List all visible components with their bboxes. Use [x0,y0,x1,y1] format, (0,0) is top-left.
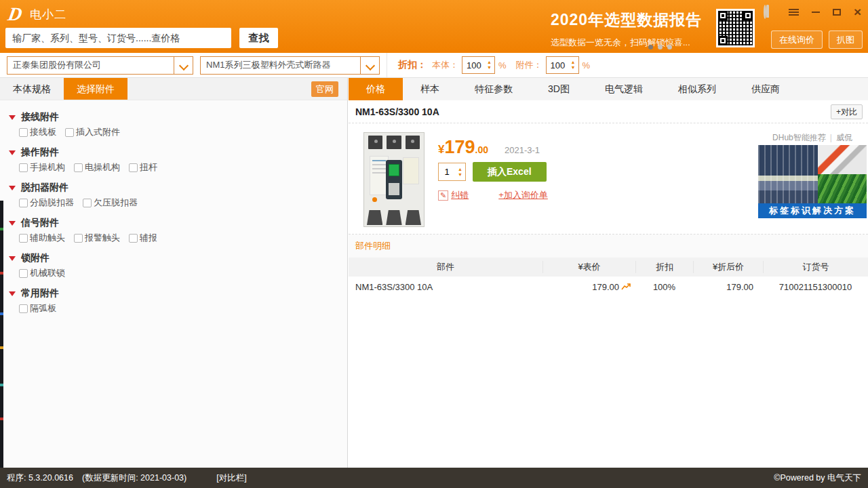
promo-banner[interactable]: 2020年选型数据报告 选型数据一览无余，扫码解锁惊喜... [551,9,702,49]
carousel-dot[interactable] [658,45,663,49]
attachment-checkbox[interactable]: 辅报 [129,232,157,244]
search-input[interactable] [5,28,231,48]
body-discount-label: 本体： [432,59,458,71]
checkbox-icon [19,234,28,243]
carousel-dot[interactable] [648,45,653,49]
product-image [363,132,425,227]
discount-label: 折扣： [398,59,427,71]
qr-code [716,9,755,47]
compare-button[interactable]: +对比 [831,104,863,119]
spinner-down-button[interactable]: ▼ [487,65,492,70]
screenshot-button[interactable]: 扒图 [829,30,863,49]
section-header[interactable]: 操作附件 [9,144,347,161]
attachment-checkbox[interactable]: 机械联锁 [19,267,65,279]
tab-sample[interactable]: 样本 [403,78,457,100]
status-bar: 程序: 5.3.20.0616 (数据更新时间: 2021-03-03) [对比… [0,468,868,488]
checkbox-icon [19,128,28,137]
section-header[interactable]: 接线附件 [9,109,347,125]
tab-similar-series[interactable]: 相似系列 [660,78,734,100]
chevron-down-icon [360,57,379,74]
compare-bar-toggle[interactable]: [对比栏] [216,472,246,484]
edit-icon: ✎ [438,190,448,201]
online-inquiry-button[interactable]: 在线询价 [771,30,823,49]
checkbox-label: 机械联锁 [30,267,65,279]
checkbox-label: 接线板 [30,126,56,138]
checkbox-icon [83,199,92,207]
official-site-button[interactable]: 官网 [311,81,338,97]
percent-label: % [583,60,591,70]
attachment-checkbox[interactable]: 手操机构 [19,161,65,174]
promo-banner-text: 标签标识解决方案 [758,203,867,218]
section-header[interactable]: 常用附件 [9,285,347,302]
spinner-up-button[interactable]: ▲ [487,60,492,65]
powered-by: ©Powered by 电气天下 [774,472,861,484]
triangle-down-icon [9,256,16,261]
spinner-up-button[interactable]: ▲ [571,60,576,65]
minimize-button[interactable] [812,12,820,13]
checkbox-label: 辅报 [140,232,157,244]
promo-image [758,145,867,203]
checkbox-label: 手操机构 [30,161,65,174]
attachment-checkbox[interactable]: 报警触头 [74,232,120,244]
carousel-dots[interactable] [648,45,672,49]
tab-3d-drawing[interactable]: 3D图 [530,78,587,100]
section-header[interactable]: 脱扣器附件 [9,180,347,196]
percent-label: % [498,60,507,70]
user-icon[interactable] [764,6,776,18]
attachment-checkbox[interactable]: 隔弧板 [19,302,56,314]
body-discount-input[interactable] [462,60,484,70]
quantity-up-button[interactable]: ▲ [458,167,462,172]
menu-icon[interactable] [789,7,799,17]
insert-excel-button[interactable]: 插入Excel [473,162,547,182]
manufacturer-dropdown[interactable]: 正泰集团股份有限公司 [7,56,193,75]
promo-ad[interactable]: DHub智能推荐 | 威侃 标签标识解决方案 [758,130,867,218]
tab-supplier[interactable]: 供应商 [734,78,797,100]
program-version: 程序: 5.3.20.0616 [7,472,73,484]
quantity-input[interactable] [439,167,455,177]
series-dropdown[interactable]: NM1系列三极塑料外壳式断路器 [200,56,380,75]
price-trend-icon[interactable] [621,283,631,291]
chevron-down-icon [174,57,193,74]
section-header[interactable]: 信号附件 [9,215,347,231]
spinner-down-button[interactable]: ▼ [571,65,576,70]
checkbox-icon [19,163,28,172]
tab-select-attachments[interactable]: 选择附件 [64,78,127,100]
attachment-checkbox[interactable]: 分励脱扣器 [19,197,74,209]
add-to-inquiry-link[interactable]: +加入询价单 [498,189,548,201]
attachment-checkbox[interactable]: 电操机构 [74,161,120,174]
quantity-down-button[interactable]: ▼ [458,172,462,178]
accessory-discount-input[interactable] [547,60,568,70]
accessory-discount-label: 附件： [516,59,542,71]
table-header-cell: 部件 [349,261,542,273]
attachment-checkbox[interactable]: 欠压脱扣器 [83,197,138,209]
search-button[interactable]: 查找 [239,28,278,48]
triangle-down-icon [9,150,16,155]
section-title: 接线附件 [21,111,59,123]
checkbox-icon [65,128,74,137]
attachment-checkbox[interactable]: 接线板 [19,126,56,138]
discounted-price-cell: 179.00 [693,282,763,292]
close-button[interactable]: × [854,6,861,18]
product-title: NM1-63S/3300 10A [355,106,439,117]
maximize-button[interactable] [833,9,841,16]
section-header[interactable]: 锁附件 [9,250,347,266]
checkbox-icon [129,163,138,172]
triangle-down-icon [9,221,16,226]
parts-detail-label: 部件明细 [349,235,868,258]
checkbox-icon [19,199,28,207]
carousel-dot[interactable] [667,45,672,49]
price-date: 2021-3-1 [505,145,540,155]
table-row[interactable]: NM1-63S/3300 10A 179.00 100% 179.00 7100… [349,277,868,297]
tab-electrical-logic[interactable]: 电气逻辑 [587,78,660,100]
checkbox-icon [129,234,138,243]
attachment-checkbox[interactable]: 插入式附件 [65,126,120,138]
app-window: D 电小二 × 查找 2020年选型数据报告 选型数据一览无余，扫码解锁惊喜..… [0,0,868,488]
attachment-checkbox[interactable]: 扭杆 [129,161,157,174]
tab-price[interactable]: 价格 [349,78,403,100]
tab-feature-params[interactable]: 特征参数 [457,78,530,100]
correction-link[interactable]: 纠错 [451,189,469,201]
tab-body-specs[interactable]: 本体规格 [0,78,64,100]
attachment-checkbox[interactable]: 辅助触头 [19,232,65,244]
checkbox-label: 电操机构 [85,161,120,174]
section-title: 锁附件 [21,252,50,264]
